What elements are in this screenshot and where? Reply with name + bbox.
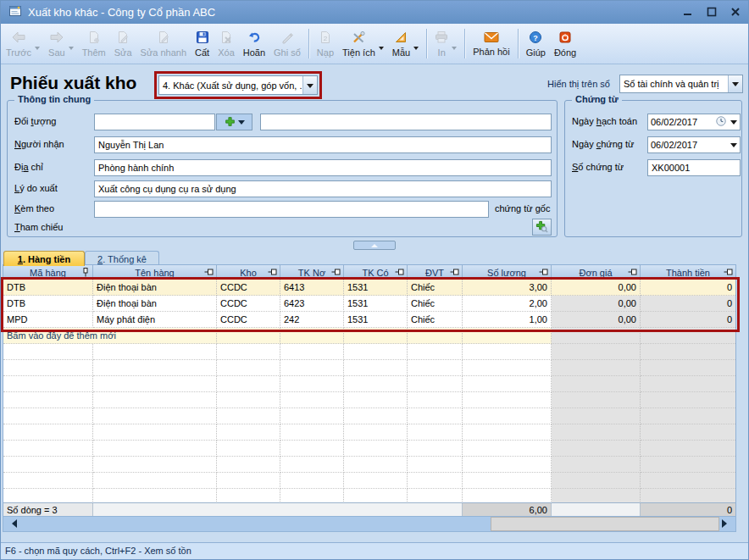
scroll-left-arrow-icon[interactable] <box>8 519 17 528</box>
cell-tk-no[interactable]: 242 <box>280 312 344 328</box>
post-ledger-button[interactable]: Ghi sổ <box>269 25 305 62</box>
add-object-button[interactable] <box>216 114 252 130</box>
table-row[interactable]: MPD Máy phát điện CCDC 242 1531 Chiếc 1,… <box>3 312 735 328</box>
attachment-input[interactable] <box>94 201 489 218</box>
cell-tk-co[interactable] <box>344 328 408 344</box>
cell-ma-hang[interactable]: MPD <box>3 312 93 328</box>
cell-so-luong[interactable]: 3,00 <box>463 280 552 296</box>
document-date-input[interactable]: 06/02/2017 <box>647 136 741 153</box>
posting-date-input[interactable]: 06/02/2017 <box>647 114 741 130</box>
column-header-don-gia[interactable]: Đơn giá <box>552 265 641 280</box>
feedback-button[interactable]: Phản hồi <box>469 25 513 62</box>
table-row[interactable]: DTB Điện thoại bàn CCDC 6413 1531 Chiếc … <box>3 280 735 296</box>
close-button[interactable] <box>730 7 741 17</box>
add-new-row-label[interactable]: Bấm vào đây để thêm mới <box>3 328 217 344</box>
cell-dvt[interactable]: Chiếc <box>408 296 463 312</box>
column-header-dvt[interactable]: ĐVT <box>408 265 463 280</box>
add-reference-button[interactable] <box>532 219 552 236</box>
cell-kho[interactable] <box>217 328 280 344</box>
table-row[interactable]: DTB Điện thoại bàn CCDC 6423 1531 Chiếc … <box>3 296 735 312</box>
print-button[interactable]: In <box>430 25 461 62</box>
cell-ten-hang[interactable]: Điện thoại bàn <box>93 280 217 296</box>
reload-button[interactable]: 2Nạp <box>313 25 338 62</box>
column-header-tk-no[interactable]: TK Nợ <box>280 265 344 280</box>
document-number-input[interactable]: XK00001 <box>647 159 741 176</box>
pin-icon[interactable] <box>450 268 459 278</box>
tab-statistics[interactable]: 2. Thống kê <box>85 251 159 266</box>
cell-don-gia[interactable]: 0,00 <box>552 312 641 328</box>
cell-ten-hang[interactable]: Điện thoại bàn <box>93 296 217 312</box>
cell-thanh-tien[interactable]: 0 <box>641 312 735 328</box>
object-code-input[interactable] <box>94 114 215 130</box>
cell-tk-no[interactable] <box>280 328 344 344</box>
cell-kho[interactable]: CCDC <box>217 296 280 312</box>
cell-tk-no[interactable]: 6423 <box>280 296 344 312</box>
address-input[interactable]: Phòng hành chính <box>94 159 552 176</box>
edit-button[interactable]: Sửa <box>110 25 136 62</box>
cell-thanh-tien[interactable]: 0 <box>641 296 735 312</box>
maximize-button[interactable] <box>707 7 717 17</box>
column-header-ten-hang[interactable]: Tên hàng <box>93 265 217 280</box>
previous-button[interactable]: Trước <box>2 25 44 62</box>
cell-ma-hang[interactable]: DTB <box>3 296 93 312</box>
column-header-tk-co[interactable]: TK Có <box>344 265 408 280</box>
cell-dvt[interactable] <box>408 328 463 344</box>
close-form-button[interactable]: Đóng <box>550 25 580 62</box>
display-on-book-dropdown[interactable]: Sổ tài chính và quản trị <box>619 75 743 93</box>
cell-so-luong[interactable]: 1,00 <box>463 312 552 328</box>
pin-icon[interactable] <box>539 268 548 278</box>
cell-ma-hang[interactable]: DTB <box>3 280 93 296</box>
dropdown-button[interactable] <box>302 76 317 94</box>
cell-tk-co[interactable]: 1531 <box>344 296 408 312</box>
column-header-thanh-tien[interactable]: Thành tiền <box>641 265 735 280</box>
cell-so-luong[interactable]: 2,00 <box>463 296 552 312</box>
cell-kho[interactable]: CCDC <box>217 280 280 296</box>
object-name-input[interactable] <box>260 114 552 130</box>
voucher-type-dropdown[interactable]: 4. Khác (Xuất sử dụng, góp vốn, .. <box>158 75 318 95</box>
template-button[interactable]: Mẫu <box>388 25 423 62</box>
add-button[interactable]: Thêm <box>78 25 110 62</box>
cell-don-gia[interactable]: 0,00 <box>552 296 641 312</box>
quick-edit-button[interactable]: Sửa nhanh <box>136 25 191 62</box>
pin-icon[interactable] <box>81 268 90 279</box>
pin-icon[interactable] <box>628 268 637 278</box>
save-button[interactable]: Cất <box>191 25 214 62</box>
utilities-button[interactable]: Tiện ích <box>338 25 388 62</box>
cell-so-luong[interactable] <box>463 328 552 344</box>
cell-don-gia[interactable] <box>552 328 641 344</box>
receiver-input[interactable]: Nguyễn Thị Lan <box>94 136 552 153</box>
help-button[interactable]: ?Giúp <box>522 25 550 62</box>
cell-dvt[interactable]: Chiếc <box>408 280 463 296</box>
scroll-right-arrow-icon[interactable] <box>722 519 731 528</box>
pin-icon[interactable] <box>204 268 214 278</box>
column-header-ma-hang[interactable]: Mã hàng <box>3 265 93 280</box>
export-reason-input[interactable]: Xuất công cụ dụng cụ ra sử dụng <box>94 180 552 197</box>
cell-tk-no[interactable]: 6413 <box>280 280 344 296</box>
scrollbar-thumb[interactable] <box>491 517 719 531</box>
pin-icon[interactable] <box>395 268 404 278</box>
delete-button[interactable]: Xóa <box>214 25 239 62</box>
cell-kho[interactable]: CCDC <box>217 312 280 328</box>
cell-tk-co[interactable]: 1531 <box>344 280 408 296</box>
pin-icon[interactable] <box>331 268 341 278</box>
pin-icon[interactable] <box>268 268 277 278</box>
horizontal-scrollbar[interactable] <box>3 517 735 531</box>
add-new-row[interactable]: Bấm vào đây để thêm mới <box>3 328 735 344</box>
column-header-kho[interactable]: Kho <box>217 265 280 280</box>
cell-ten-hang[interactable]: Máy phát điện <box>93 312 217 328</box>
chevron-down-icon[interactable] <box>730 120 737 128</box>
column-header-so-luong[interactable]: Số lượng <box>463 265 552 280</box>
dropdown-button[interactable] <box>728 75 742 92</box>
cell-thanh-tien[interactable] <box>641 328 735 344</box>
cell-dvt[interactable]: Chiếc <box>408 312 463 328</box>
minimize-button[interactable] <box>683 7 693 17</box>
tab-items-money[interactable]: 1. Hàng tiền <box>3 251 85 266</box>
cell-tk-co[interactable]: 1531 <box>344 312 408 328</box>
cell-thanh-tien[interactable]: 0 <box>641 280 735 296</box>
undo-button[interactable]: Hoãn <box>239 25 269 62</box>
cell-don-gia[interactable]: 0,00 <box>552 280 641 296</box>
next-button[interactable]: Sau <box>44 25 78 62</box>
pin-icon[interactable] <box>724 268 733 278</box>
splitter-handle[interactable] <box>353 241 396 250</box>
chevron-down-icon[interactable] <box>730 143 737 151</box>
